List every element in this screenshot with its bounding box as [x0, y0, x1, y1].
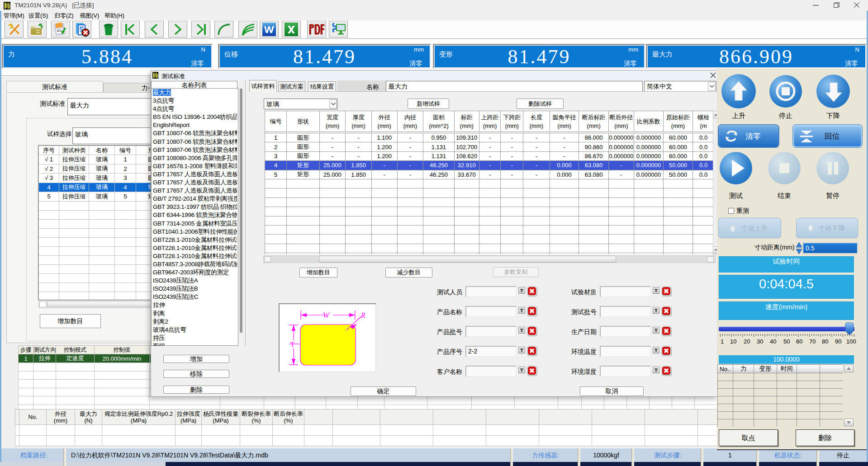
svg-text:T: T: [290, 341, 294, 348]
svg-text:W: W: [323, 311, 330, 320]
svg-text:R: R: [360, 311, 365, 319]
